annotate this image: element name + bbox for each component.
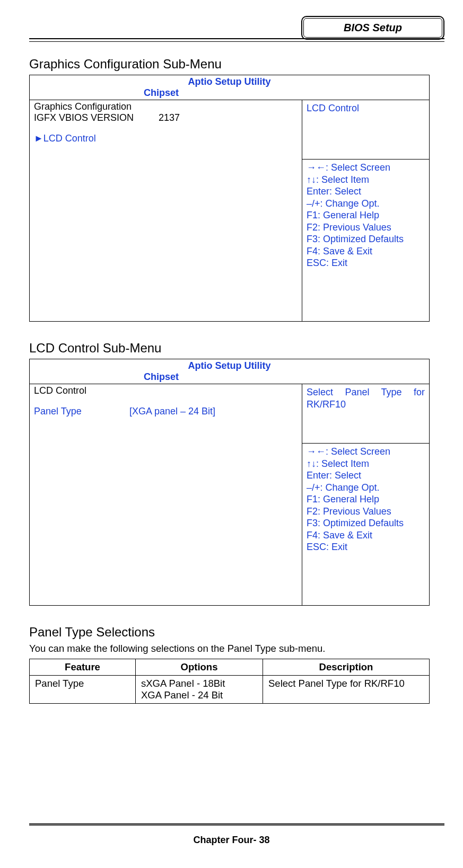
bios-keys-panel: →←: Select Screen ↑↓: Select Item Enter:… xyxy=(302,160,430,322)
key-hint: F3: Optimized Defaults xyxy=(307,517,425,529)
key-hint: F3: Optimized Defaults xyxy=(307,233,425,245)
key-hint: F1: General Help xyxy=(307,209,425,222)
page-footer: Chapter Four- 38 xyxy=(0,835,463,846)
panel-type-row[interactable]: Panel Type [XGA panel – 24 Bit] xyxy=(34,406,298,417)
submenu-lcd-control[interactable]: ►LCD Control xyxy=(34,133,298,144)
key-hint: Enter: Select xyxy=(307,185,425,198)
key-hint: F4: Save & Exit xyxy=(307,529,425,542)
table-header-row: Feature Options Description xyxy=(30,659,430,676)
option-item: sXGA Panel - 18Bit xyxy=(141,678,257,689)
utility-title: Aptio Setup Utility xyxy=(30,359,429,371)
key-hint: →←: Select Screen xyxy=(307,162,425,174)
key-hint: F2: Previous Values xyxy=(307,222,425,234)
bios-table-lcd: Aptio Setup Utility Chipset LCD Control … xyxy=(29,359,430,606)
vbios-version-row: IGFX VBIOS VERSION 2137 xyxy=(34,112,298,123)
section-title: LCD Control Sub-Menu xyxy=(29,341,444,356)
col-options: Options xyxy=(136,659,263,676)
utility-tab: Chipset xyxy=(30,87,429,100)
key-hint: →←: Select Screen xyxy=(307,446,425,458)
bios-help-panel: Select Panel Type for RK/RF10 xyxy=(302,384,430,444)
section-title: Panel Type Selections xyxy=(29,625,444,640)
page-header: BIOS Setup xyxy=(29,16,444,42)
key-hint: F4: Save & Exit xyxy=(307,245,425,258)
cell-options: sXGA Panel - 18Bit XGA Panel - 24 Bit xyxy=(136,676,263,704)
selections-intro: You can make the following selections on… xyxy=(29,643,444,654)
panel-type-value: [XGA panel – 24 Bit] xyxy=(129,406,215,417)
vbios-version-value: 2137 xyxy=(159,112,180,123)
selections-table: Feature Options Description Panel Type s… xyxy=(29,659,430,704)
header-rule xyxy=(29,38,444,39)
bios-help-text: LCD Control xyxy=(307,102,425,114)
bios-keys-panel: →←: Select Screen ↑↓: Select Item Enter:… xyxy=(302,444,430,606)
key-hint: –/+: Change Opt. xyxy=(307,482,425,494)
key-hint: ↑↓: Select Item xyxy=(307,458,425,470)
key-hint: ESC: Exit xyxy=(307,257,425,269)
footer-rule-thin xyxy=(29,825,444,826)
col-description: Description xyxy=(263,659,430,676)
section-graphics-config: Graphics Configuration Sub-Menu Aptio Se… xyxy=(29,57,444,322)
footer-rule xyxy=(29,823,444,825)
section-lcd-control: LCD Control Sub-Menu Aptio Setup Utility… xyxy=(29,341,444,606)
key-hint: F2: Previous Values xyxy=(307,506,425,518)
utility-tab: Chipset xyxy=(30,371,429,384)
key-hint: Enter: Select xyxy=(307,470,425,482)
cell-feature: Panel Type xyxy=(30,676,136,704)
bios-main-panel: Graphics Configuration IGFX VBIOS VERSIO… xyxy=(30,100,302,322)
panel-type-label: Panel Type xyxy=(34,406,129,417)
bios-help-panel: LCD Control xyxy=(302,100,430,160)
cell-description: Select Panel Type for RK/RF10 xyxy=(263,676,430,704)
bios-content-heading: LCD Control xyxy=(34,385,298,396)
header-rule-thin xyxy=(29,41,444,42)
section-panel-type-selections: Panel Type Selections You can make the f… xyxy=(29,625,444,704)
key-hint: –/+: Change Opt. xyxy=(307,198,425,210)
col-feature: Feature xyxy=(30,659,136,676)
key-hint: F1: General Help xyxy=(307,493,425,506)
bios-help-text: Select Panel Type for RK/RF10 xyxy=(307,386,425,410)
key-hint: ESC: Exit xyxy=(307,541,425,553)
section-title: Graphics Configuration Sub-Menu xyxy=(29,57,444,72)
bios-content-heading: Graphics Configuration xyxy=(34,101,298,112)
footer-rules xyxy=(29,823,444,826)
option-item: XGA Panel - 24 Bit xyxy=(141,689,257,701)
bios-table-graphics: Aptio Setup Utility Chipset Graphics Con… xyxy=(29,75,430,322)
header-badge: BIOS Setup xyxy=(301,16,444,40)
utility-title: Aptio Setup Utility xyxy=(30,75,429,87)
table-row: Panel Type sXGA Panel - 18Bit XGA Panel … xyxy=(30,676,430,704)
header-badge-text: BIOS Setup xyxy=(303,18,442,38)
key-hint: ↑↓: Select Item xyxy=(307,174,425,186)
bios-main-panel: LCD Control Panel Type [XGA panel – 24 B… xyxy=(30,384,302,606)
cell-description-text: Select Panel Type for RK/RF10 xyxy=(268,678,405,689)
vbios-version-label: IGFX VBIOS VERSION xyxy=(34,112,159,123)
